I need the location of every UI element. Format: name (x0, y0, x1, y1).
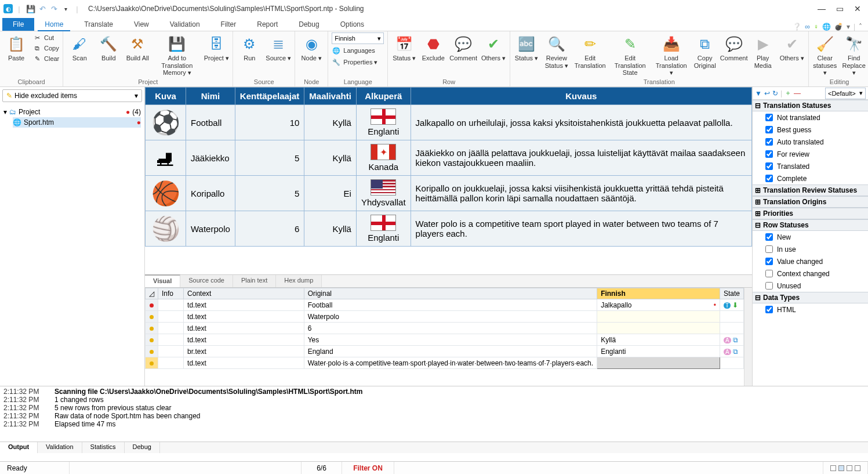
qat-customize-icon[interactable]: ▾ (60, 3, 71, 14)
tab-hexdump[interactable]: Hex dump (276, 275, 322, 287)
tab-translate[interactable]: Translate (74, 18, 124, 31)
grid-row[interactable]: td.textWaterpolo (146, 311, 744, 323)
build-button[interactable]: 🔨Build (96, 32, 121, 62)
tab-validation[interactable]: Validation (159, 18, 210, 31)
filter-checkbox[interactable] (765, 138, 773, 146)
filter-checkbox[interactable] (765, 306, 773, 313)
section-priorities[interactable]: ⊞Priorities (753, 208, 868, 219)
tree-item-sport[interactable]: 🌐 Sport.htm ● (13, 117, 141, 128)
filter-item[interactable]: New (753, 231, 868, 243)
tab-validation2[interactable]: Validation (38, 442, 82, 453)
tab-filter[interactable]: Filter (210, 18, 247, 31)
clear-statuses-button[interactable]: 🧹Clear statuses ▾ (812, 32, 838, 77)
filter-item[interactable]: Complete (753, 172, 868, 184)
tab-report[interactable]: Report (246, 18, 288, 31)
section-row-statuses[interactable]: ⊟Row Statuses (753, 219, 868, 231)
filter-item[interactable]: Auto translated (753, 136, 868, 148)
row-comment-button[interactable]: 💬Comment (449, 32, 477, 62)
col-original[interactable]: Original (304, 288, 597, 299)
bulb-icon[interactable]: ♀ (813, 23, 819, 31)
copy-button[interactable]: ⧉Copy (32, 43, 59, 53)
filter-checkbox[interactable] (765, 245, 773, 253)
filter-item[interactable]: For review (753, 148, 868, 160)
maximize-icon[interactable]: ▭ (836, 4, 844, 13)
exclude-button[interactable]: ⬣Exclude (420, 32, 446, 62)
review-button[interactable]: 🔍Review Status ▾ (543, 32, 571, 69)
play-media-button[interactable]: ▶Play Media (750, 32, 776, 69)
tab-file[interactable]: File (2, 18, 34, 31)
filter-item[interactable]: Unused (753, 280, 868, 292)
buildall-button[interactable]: ⚒Build All (125, 32, 150, 62)
tab-output[interactable]: Output (0, 442, 38, 453)
clear-button[interactable]: ✎Clear (32, 53, 59, 64)
grid-scrollbar[interactable] (744, 288, 752, 386)
collapse-ribbon-icon[interactable]: ˄ (859, 23, 862, 31)
load-tr-button[interactable]: 📥Load Translation ▾ (654, 32, 689, 77)
filter-checkbox[interactable] (765, 270, 773, 277)
tab-view[interactable]: View (124, 18, 159, 31)
tree-filter-combo[interactable]: ✎ Hide excluded items▾ (2, 89, 142, 102)
tree-root[interactable]: ▾ 🗂 Project ● (4) (3, 107, 141, 117)
languages-button[interactable]: 🌐Languages (332, 45, 384, 56)
tab-debug[interactable]: Debug (288, 18, 329, 31)
find-replace-button[interactable]: 🔭Find Replace ▾ (841, 32, 867, 77)
col-finnish[interactable]: Finnish (597, 288, 720, 299)
close-icon[interactable]: ✕ (854, 4, 861, 13)
cell-finnish[interactable]: Englanti (597, 346, 720, 357)
tab-plaintext[interactable]: Plain text (233, 275, 276, 287)
remove-icon[interactable]: — (794, 89, 801, 97)
filter-item[interactable]: Context changed (753, 267, 868, 280)
cell-finnish[interactable] (597, 357, 720, 369)
cell-finnish[interactable] (597, 323, 720, 334)
row-status-button[interactable]: 📅Status ▾ (391, 32, 417, 62)
drop-icon[interactable]: ▾ (847, 23, 850, 31)
run-button[interactable]: ⚙Run (237, 32, 262, 62)
bomb-icon[interactable]: 💣 (834, 23, 843, 31)
cloud-icon[interactable]: ∞ (805, 23, 810, 31)
cut-button[interactable]: ✂Cut (32, 32, 59, 43)
filter-item[interactable]: Not translated (753, 111, 868, 124)
filter-checkbox[interactable] (765, 282, 773, 290)
tab-options[interactable]: Options (330, 18, 375, 31)
grid-row[interactable]: td.textFootballJalkapallo•T ⬇ (146, 299, 744, 311)
filter-item[interactable]: In use (753, 243, 868, 255)
grid-row[interactable]: td.textYesKylläA ⧉ (146, 334, 744, 346)
app-icon[interactable]: ◐ (3, 4, 13, 13)
globe2-icon[interactable]: 🌐 (822, 23, 831, 31)
help-icon[interactable]: ❔ (793, 23, 801, 31)
filter-item[interactable]: HTML (753, 303, 868, 316)
filter-checkbox[interactable] (765, 150, 773, 158)
grid-row[interactable]: br.textEnglandEnglantiA ⧉ (146, 346, 744, 357)
tab-sourcecode[interactable]: Source code (180, 275, 233, 287)
preset-combo[interactable]: <Default>▾ (825, 88, 866, 99)
lang-properties-button[interactable]: 🔧Properties ▾ (332, 57, 384, 67)
filter-checkbox[interactable] (765, 233, 773, 241)
paste-button[interactable]: 📋Paste (3, 32, 29, 62)
filter-item[interactable]: Best guess (753, 124, 868, 136)
language-combo[interactable]: Finnish▾ (332, 32, 384, 44)
filter-checkbox[interactable] (765, 175, 773, 182)
cell-finnish[interactable]: Kyllä (597, 334, 720, 346)
copy-orig-button[interactable]: ⧉Copy Original (692, 32, 718, 69)
filter-checkbox[interactable] (765, 258, 773, 265)
tr-others-button[interactable]: ✔Others ▾ (779, 32, 805, 62)
redo-icon[interactable]: ↷ (49, 3, 59, 14)
filter-checkbox[interactable] (765, 162, 773, 170)
col-info[interactable]: Info (158, 288, 184, 299)
col-state[interactable]: State (720, 288, 743, 299)
tab-home[interactable]: Home (34, 18, 74, 31)
scan-button[interactable]: 🖌Scan (67, 32, 92, 62)
minimize-icon[interactable]: — (818, 4, 826, 13)
project-button[interactable]: 🗄Project ▾ (204, 32, 229, 62)
filter-checkbox[interactable] (765, 126, 773, 133)
refresh-icon[interactable]: ↻ (772, 89, 778, 97)
section-data-types[interactable]: ⊟Data Types (753, 292, 868, 303)
addtm-button[interactable]: 💾Add to Translation Memory ▾ (154, 32, 200, 77)
save-icon[interactable]: 💾 (26, 3, 36, 14)
section-translation-statuses[interactable]: ⊟Translation Statuses (753, 100, 868, 111)
tab-statistics[interactable]: Statistics (82, 442, 125, 453)
filter-item[interactable]: Translated (753, 160, 868, 172)
view-buttons[interactable] (823, 462, 868, 474)
filter-item[interactable]: Value changed (753, 255, 868, 267)
add-icon[interactable]: ＋ (785, 88, 791, 98)
